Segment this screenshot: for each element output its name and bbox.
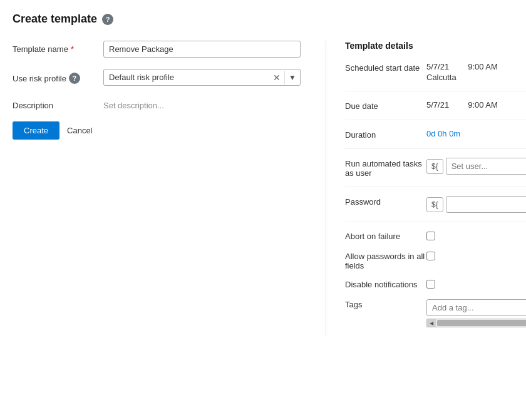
disable-notifications-checkbox[interactable] [426,280,435,289]
due-date-label: Due date [345,100,426,111]
scheduled-date-time: 5/7/21 9:00 AM [426,62,526,71]
risk-profile-clear-button[interactable]: ✕ [269,70,284,85]
duration-label: Duration [345,129,426,140]
disable-notifications-label: Disable notifications [345,279,426,289]
risk-profile-row: Use risk profile ? Default risk profile … [13,69,301,86]
set-user-input[interactable] [446,158,526,175]
description-row: Description Set description... [13,97,301,110]
scheduled-time: 9:00 AM [468,62,498,71]
abort-failure-checkbox-wrap [426,231,435,242]
disable-notifications-row: Disable notifications [345,279,526,290]
page-header: Create template ? [13,13,513,26]
risk-profile-dropdown-button[interactable]: ▼ [284,71,300,85]
allow-passwords-checkbox[interactable] [426,252,435,260]
description-link[interactable]: Set description... [103,97,164,110]
risk-profile-value: Default risk profile [104,69,269,85]
template-name-wrap [103,41,301,58]
password-input[interactable] [446,196,526,213]
help-icon[interactable]: ? [102,14,113,25]
required-star: * [71,44,74,54]
due-date: 5/7/21 [426,100,449,110]
run-tasks-input-row: ${ [426,158,526,175]
allow-passwords-checkbox-wrap [426,251,435,262]
disable-notifications-checkbox-wrap [426,279,435,290]
scheduled-date: 5/7/21 [426,62,449,71]
template-name-row: Template name * [13,41,301,58]
password-dollar-button[interactable]: ${ [426,197,443,212]
main-layout: Template name * Use risk profile ? Defau… [13,41,513,336]
right-panel: Template details Scheduled start date 5/… [326,41,526,336]
tags-row: Tags ◀ ▶ [345,299,526,327]
scheduled-timezone: Calcutta [426,73,526,82]
duration-value: 0d 0h 0m [426,129,526,138]
password-row: Password ${ [345,196,526,222]
scroll-left-arrow[interactable]: ◀ [427,319,436,327]
risk-profile-label: Use risk profile ? [13,69,103,84]
tags-scrollbar: ◀ ▶ [426,319,526,327]
scheduled-date-block: 5/7/21 9:00 AM Calcutta [426,62,526,82]
cancel-button[interactable]: Cancel [67,121,92,140]
password-value: ${ [426,196,526,213]
due-date-row: Due date 5/7/21 9:00 AM [345,100,526,120]
password-label: Password [345,196,426,207]
due-date-time: 5/7/21 9:00 AM [426,100,526,110]
scroll-track: ◀ ▶ [426,319,526,327]
scheduled-start-row: Scheduled start date 5/7/21 9:00 AM Calc… [345,62,526,91]
due-date-value: 5/7/21 9:00 AM [426,100,526,110]
run-tasks-dollar-button[interactable]: ${ [426,159,443,174]
template-name-input[interactable] [103,41,301,58]
tags-input-wrap: ◀ ▶ [426,299,526,327]
risk-profile-help-icon[interactable]: ? [69,73,80,84]
run-tasks-value: ${ [426,158,526,175]
risk-profile-wrap: Default risk profile ✕ ▼ [103,69,301,86]
left-panel: Template name * Use risk profile ? Defau… [13,41,301,336]
abort-failure-label: Abort on failure [345,231,426,241]
tags-input[interactable] [426,299,526,316]
risk-profile-select[interactable]: Default risk profile ✕ ▼ [103,69,301,86]
due-time: 9:00 AM [468,100,498,110]
abort-failure-row: Abort on failure [345,231,526,242]
allow-passwords-row: Allow passwords in all fields [345,251,526,270]
action-buttons: Create Cancel [13,121,301,140]
run-tasks-label: Run automated tasks as user [345,158,426,178]
abort-failure-checkbox[interactable] [426,232,435,240]
tags-label: Tags [345,299,426,309]
scheduled-start-label: Scheduled start date [345,62,426,73]
run-tasks-row: Run automated tasks as user ${ [345,158,526,187]
page-title: Create template [13,13,97,26]
scheduled-start-value: 5/7/21 9:00 AM Calcutta [426,62,526,82]
details-title: Template details [345,41,526,51]
description-wrap: Set description... [103,97,301,110]
template-name-label: Template name * [13,41,103,54]
scroll-thumb [437,320,526,326]
allow-passwords-label: Allow passwords in all fields [345,251,426,270]
duration-row: Duration 0d 0h 0m [345,129,526,149]
password-input-row: ${ [426,196,526,213]
create-button[interactable]: Create [13,121,59,140]
description-label: Description [13,97,103,110]
